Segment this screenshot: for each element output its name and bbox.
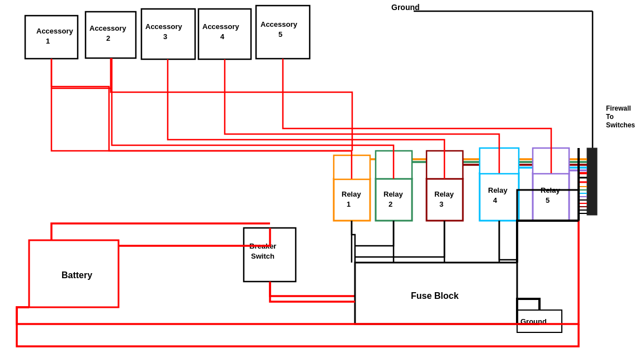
accessory-2-box [86, 12, 136, 58]
relay-3-box [427, 179, 463, 221]
wiring-diagram: Ground Firewall To Switches [0, 0, 644, 362]
svg-text:3: 3 [163, 32, 167, 41]
firewall-connector [587, 148, 597, 215]
accessory-3-box [141, 9, 195, 59]
fuse-block-label: Fuse Block [411, 291, 458, 301]
accessory-1-box [25, 16, 78, 59]
svg-text:2: 2 [106, 34, 110, 42]
relay-5-box [533, 173, 569, 221]
svg-text:5: 5 [278, 30, 282, 39]
svg-text:Switches: Switches [606, 121, 635, 129]
svg-text:5: 5 [546, 196, 550, 204]
svg-text:To: To [606, 113, 614, 121]
svg-text:Switch: Switch [251, 252, 274, 260]
relay-2-box [376, 179, 412, 221]
firewall-label: Firewall [606, 104, 631, 112]
svg-text:3: 3 [439, 200, 443, 208]
relay-3-label: Relay [434, 190, 454, 198]
svg-text:2: 2 [389, 200, 392, 208]
relay-4-box [480, 173, 519, 221]
svg-text:4: 4 [493, 196, 498, 204]
relay-1-label: Relay [342, 190, 361, 198]
relay-4-label: Relay [488, 186, 508, 194]
accessory-4-label: Accessory [202, 22, 240, 31]
relay-1-box [334, 179, 370, 221]
accessory-1-label: Accessory [36, 27, 74, 35]
svg-text:1: 1 [46, 37, 50, 45]
relay-2-label: Relay [383, 190, 403, 198]
diagram-container: Ground Firewall To Switches [0, 0, 644, 362]
accessory-4-box [198, 9, 251, 59]
accessory-5-box [256, 6, 310, 59]
accessory-5-label: Accessory [261, 20, 298, 28]
ground-label-top: Ground [391, 3, 420, 12]
accessory-2-label: Accessory [89, 24, 127, 32]
accessory-3-label: Accessory [145, 22, 183, 31]
svg-text:4: 4 [220, 32, 225, 41]
battery-label: Battery [61, 270, 92, 280]
svg-text:1: 1 [347, 200, 351, 208]
